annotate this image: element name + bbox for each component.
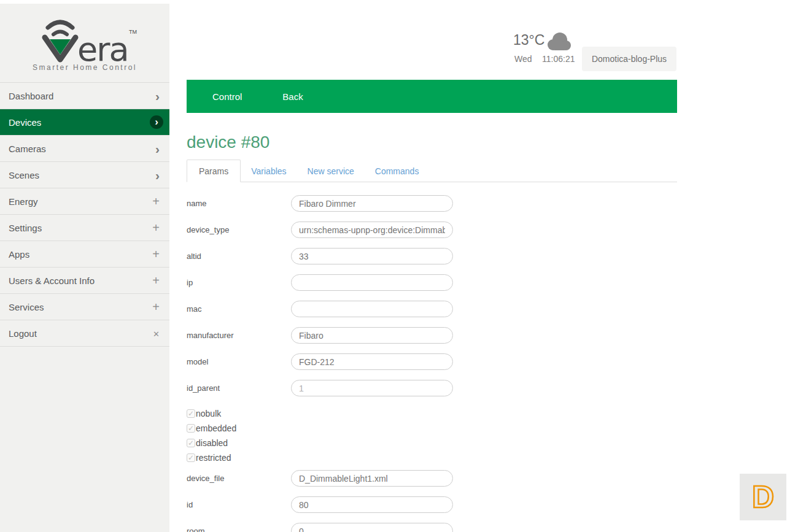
- sidebar-item-services[interactable]: Services: [0, 293, 169, 320]
- tab-new-service[interactable]: New service: [297, 160, 365, 182]
- sidebar-menu: Dashboard Devices Cameras Scenes Energy …: [0, 82, 169, 347]
- plus-icon: [152, 222, 160, 234]
- device-type-field[interactable]: [291, 222, 453, 238]
- sidebar-item-label: Dashboard: [9, 91, 53, 101]
- ip-field-label: ip: [187, 278, 291, 287]
- id-field[interactable]: [291, 496, 453, 513]
- sidebar-item-energy[interactable]: Energy: [0, 188, 169, 214]
- tab-variables[interactable]: Variables: [241, 160, 296, 182]
- altid-field-label: altid: [187, 252, 291, 261]
- launcher-tile[interactable]: D: [740, 474, 786, 520]
- sidebar-item-label: Apps: [9, 249, 29, 260]
- sidebar: era TM Smarter Home Control Dashboard De…: [0, 4, 169, 532]
- sidebar-item-logout[interactable]: Logout: [0, 320, 169, 346]
- page-title: device #80: [187, 133, 269, 152]
- sidebar-item-apps[interactable]: Apps: [0, 241, 169, 267]
- form-row: ip: [187, 274, 677, 291]
- temperature-label: 13°C: [513, 32, 544, 48]
- disabled-checkbox[interactable]: [187, 439, 195, 447]
- svg-text:era: era: [77, 30, 128, 66]
- room-field[interactable]: [291, 523, 453, 532]
- plus-icon: [152, 274, 160, 287]
- sidebar-item-users-account-info[interactable]: Users & Account Info: [0, 267, 169, 293]
- manufacturer-field[interactable]: [291, 327, 453, 344]
- sidebar-item-cameras[interactable]: Cameras: [0, 135, 169, 161]
- launcher-letter: D: [752, 479, 774, 515]
- form-row: device_file: [187, 470, 677, 487]
- control-button[interactable]: Control: [212, 91, 242, 102]
- form-row: id: [187, 496, 677, 513]
- tab-params[interactable]: Params: [187, 160, 241, 182]
- vera-logo: era TM Smarter Home Control: [0, 4, 169, 82]
- chevron-right-icon: [155, 90, 160, 102]
- embedded-checkbox[interactable]: [187, 424, 195, 433]
- main-content: 13°C Wed 11:06:21 Domotica-blog-Plus Con…: [169, 0, 798, 532]
- device-toolbar: Control Back: [187, 80, 677, 113]
- form-row: mac: [187, 301, 677, 317]
- name-field-label: name: [187, 199, 291, 208]
- device-file-field-label: device_file: [187, 474, 291, 483]
- form-row: model: [187, 353, 677, 370]
- form-row: room: [187, 523, 677, 532]
- checkbox-row: nobulk: [187, 406, 677, 421]
- id-parent-field-label: id_parent: [187, 384, 291, 393]
- embedded-checkbox-label: embedded: [196, 423, 236, 433]
- id-field-label: id: [187, 500, 291, 509]
- form-row: device_type: [187, 222, 677, 238]
- sidebar-item-label: Users & Account Info: [9, 276, 95, 286]
- sidebar-item-label: Services: [9, 302, 44, 312]
- form-row: manufacturer: [187, 327, 677, 344]
- model-field[interactable]: [291, 353, 453, 370]
- manufacturer-field-label: manufacturer: [187, 331, 291, 340]
- device-tabs: Params Variables New service Commands: [187, 160, 677, 182]
- tab-commands[interactable]: Commands: [365, 160, 430, 182]
- sidebar-item-label: Settings: [9, 223, 42, 233]
- weekday-label: Wed: [514, 54, 532, 64]
- form-row: altid: [187, 248, 677, 264]
- sidebar-item-label: Cameras: [9, 144, 46, 154]
- svg-text:TM: TM: [129, 29, 137, 35]
- plus-icon: [152, 248, 160, 260]
- device-file-field[interactable]: [291, 470, 453, 487]
- logo-tagline: Smarter Home Control: [33, 63, 137, 72]
- sidebar-item-label: Scenes: [9, 170, 39, 180]
- chevron-right-icon: [155, 142, 160, 155]
- mac-field-label: mac: [187, 304, 291, 314]
- restricted-checkbox[interactable]: [187, 453, 195, 462]
- plus-icon: [152, 301, 160, 313]
- name-field[interactable]: [291, 195, 453, 212]
- checkbox-row: embedded: [187, 421, 677, 436]
- plus-icon: [152, 195, 160, 207]
- clock-label: 11:06:21: [542, 54, 575, 64]
- model-field-label: model: [187, 357, 291, 366]
- flags-checkbox-group: nobulk embedded disabled restricted: [187, 406, 677, 465]
- restricted-checkbox-label: restricted: [196, 453, 231, 463]
- nobulk-checkbox-label: nobulk: [196, 409, 221, 418]
- sidebar-item-dashboard[interactable]: Dashboard: [0, 82, 169, 109]
- disabled-checkbox-label: disabled: [196, 438, 228, 448]
- sidebar-item-label: Devices: [9, 117, 41, 128]
- device-type-field-label: device_type: [187, 225, 291, 234]
- vera-logo-icon: era TM: [32, 14, 138, 66]
- sidebar-item-label: Energy: [9, 196, 38, 207]
- mac-field[interactable]: [291, 301, 453, 317]
- sidebar-item-scenes[interactable]: Scenes: [0, 161, 169, 188]
- nobulk-checkbox[interactable]: [187, 409, 195, 418]
- id-parent-field[interactable]: [291, 380, 453, 396]
- ip-field[interactable]: [291, 274, 453, 291]
- params-form: name device_type altid ip mac manufactur…: [187, 195, 677, 532]
- checkbox-row: restricted: [187, 450, 677, 465]
- altid-field[interactable]: [291, 248, 453, 264]
- room-field-label: room: [187, 526, 291, 532]
- close-icon: [153, 328, 160, 339]
- back-button[interactable]: Back: [282, 91, 303, 102]
- sidebar-item-settings[interactable]: Settings: [0, 214, 169, 241]
- form-row: name: [187, 195, 677, 212]
- sidebar-item-label: Logout: [9, 328, 37, 339]
- chevron-right-circle-icon: [150, 115, 163, 129]
- sidebar-item-devices[interactable]: Devices: [0, 109, 169, 135]
- controller-name-badge[interactable]: Domotica-blog-Plus: [582, 47, 676, 71]
- chevron-right-icon: [155, 169, 160, 182]
- checkbox-row: disabled: [187, 436, 677, 450]
- cloud-icon: [544, 31, 573, 53]
